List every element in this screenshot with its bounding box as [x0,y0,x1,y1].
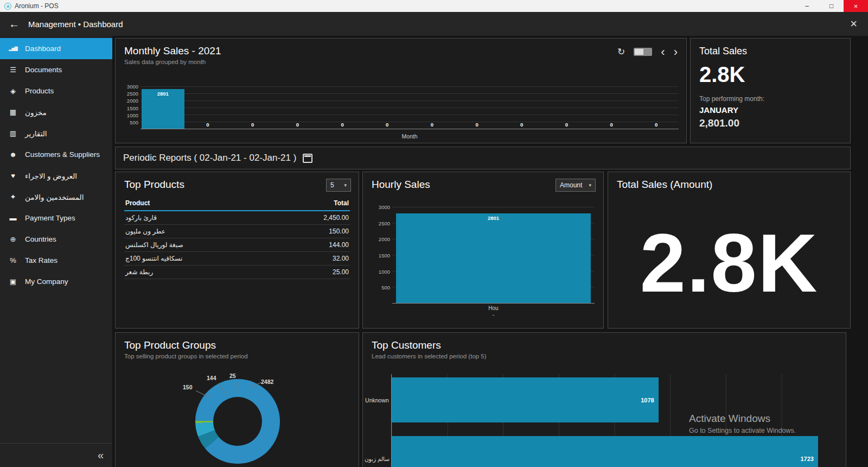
top-product-groups-panel: Top Product Groups Top selling product g… [115,332,359,467]
customers-icon: ☻ [8,150,18,159]
customers-category-axis: Unknownسالم زبون [364,374,390,467]
monthly-chart-controls: ↻ ‹ › [617,46,678,58]
bar-column: 0 [634,86,679,129]
table-row[interactable]: قارئ باركود2,450.00 [124,211,350,225]
customers-bar-chart: 10781723 [391,374,837,467]
customer-bar-row: 1078 [392,374,837,426]
bar-column: 0 [544,86,589,129]
hourly-sales-panel: Hourly Sales Amount ▾ 300025002000150010… [362,172,604,329]
close-window-button[interactable]: × [844,0,868,12]
documents-icon: ☰ [8,66,18,74]
chart-type-toggle[interactable] [634,48,652,56]
product-total-cell: 150.00 [279,225,350,238]
bar: 1723 [392,436,818,467]
monthly-sales-title: Monthly Sales - 2021 [124,45,678,57]
product-name-cell: نسكافيه انتنسو 100ج [124,252,279,266]
total-sales-amount-value: 2.8K [608,218,850,308]
total-sales-amount-title: Total Sales (Amount) [617,179,841,191]
hourly-filter-dropdown[interactable]: Amount ▾ [556,179,596,192]
sidebar-item-users-security[interactable]: ✦المستخدمين والامن [0,186,112,207]
refresh-icon[interactable]: ↻ [617,46,625,58]
sidebar-item-label: My Company [25,277,68,286]
bar-column: 0 [230,86,275,129]
app-logo-icon: a [4,3,11,10]
chevron-down-icon: ▾ [344,182,347,188]
total-sales-value: 2.8K [691,57,850,87]
sidebar-item-my-company[interactable]: ▣My Company [0,271,112,292]
minimize-button[interactable]: – [795,0,819,12]
top-products-title: Top Products [124,179,350,191]
calendar-icon[interactable] [303,154,312,163]
table-row[interactable]: نسكافيه انتنسو 100ج32.00 [124,252,350,266]
product-total-cell: 144.00 [279,238,350,252]
close-management-icon[interactable]: × [850,17,857,31]
bar-column: 0 [455,86,500,129]
sidebar-item-payment-types[interactable]: ▬Payment Types [0,207,112,229]
back-arrow-icon[interactable]: ← [9,18,20,30]
bar-column: 0 [365,86,410,129]
hourly-filter-value: Amount [560,181,582,189]
product-name-cell: ربطة شعر [124,266,279,279]
total-sales-amount-panel: Total Sales (Amount) 2.8K [608,172,851,329]
hourly-bar-chart: 2801 [392,207,595,304]
periodic-reports-bar: Periodic Reports ( 02-Jan-21 - 02-Jan-21… [115,147,851,169]
sidebar-item-documents[interactable]: ☰Documents [0,59,112,80]
sidebar-item-label: Products [25,87,54,95]
page-title: Management • Dashboard [28,20,123,29]
product-total-cell: 32.00 [279,252,350,266]
top-customers-subtitle: Lead customers in selected period (top 5… [372,353,837,359]
monthly-sales-panel: Monthly Sales - 2021 Sales data grouped … [115,38,687,143]
table-row[interactable]: صبغة لوريال اكسلنس144.00 [124,238,350,252]
tax-icon: % [8,256,18,264]
sidebar-item-dashboard[interactable]: ▂▅▇Dashboard [0,38,112,59]
customer-bar-row: 1723 [392,433,837,467]
next-year-icon[interactable]: › [674,48,678,56]
donut-label: 150 [183,384,193,390]
sidebar-item-customers-suppliers[interactable]: ☻Customers & Suppliers [0,144,112,165]
sidebar-item-label: العروض و الاجراء [25,172,77,180]
sidebar-item-countries[interactable]: ⊕Countries [0,229,112,250]
company-icon: ▣ [8,277,18,286]
table-row[interactable]: عطر ون مليون150.00 [124,225,350,238]
bar-column: 2801 [141,86,186,129]
sidebar-item-tax-rates[interactable]: %Tax Rates [0,250,112,271]
table-row[interactable]: ربطة شعر25.00 [124,266,350,279]
sidebar-item-products[interactable]: ◈Products [0,80,112,102]
bar-column: 0 [186,86,231,129]
bar: 1078 [392,377,659,422]
chevron-down-icon: ▾ [589,182,591,188]
sidebar-item-inventory[interactable]: ▦مخزون [0,102,112,123]
monthly-x-axis-label: Month [141,133,679,140]
sidebar-item-label: Payment Types [25,214,75,222]
top-customers-panel: Top Customers Lead customers in selected… [362,332,846,467]
sidebar-item-promotions[interactable]: ♥العروض و الاجراء [0,165,112,186]
product-total-cell: 25.00 [279,266,350,279]
sidebar-item-reports[interactable]: ▥التقارير [0,123,112,144]
collapse-icon: « [98,449,104,462]
top-product-groups-title: Top Product Groups [124,339,350,351]
donut-label: 25 [229,373,236,379]
maximize-button[interactable]: □ [819,0,844,12]
periodic-reports-title: Periodic Reports ( 02-Jan-21 - 02-Jan-21… [123,153,296,163]
sidebar-item-label: Tax Rates [25,256,58,264]
prev-year-icon[interactable]: ‹ [661,48,665,56]
top-products-panel: Top Products 5 ▾ Product Total قارئ بارك… [115,172,359,329]
sidebar-item-label: Documents [25,66,62,74]
bar-column: 0 [320,86,365,129]
top-products-table: Product Total قارئ باركود2,450.00عطر ون … [124,196,350,279]
inventory-icon: ▦ [8,108,18,116]
monthly-y-axis: 30002500200015001000500 [120,86,138,129]
top-customers-title: Top Customers [372,339,837,351]
window-titlebar: a Aronium - POS – □ × [0,0,868,12]
category-label: سالم زبون [364,433,390,467]
monthly-bar-chart: 280100000000000 [141,86,679,129]
product-name-cell: قارئ باركود [124,211,279,225]
bar-value-label: 1078 [641,397,654,403]
total-sales-title: Total Sales [691,39,850,57]
products-count-value: 5 [330,181,334,189]
sidebar-collapse-button[interactable]: « [0,443,112,467]
product-name-cell: صبغة لوريال اكسلنس [124,238,279,252]
products-count-dropdown[interactable]: 5 ▾ [326,179,351,192]
bar: 2801 [142,89,184,129]
bar-column: 2801 [392,207,595,303]
